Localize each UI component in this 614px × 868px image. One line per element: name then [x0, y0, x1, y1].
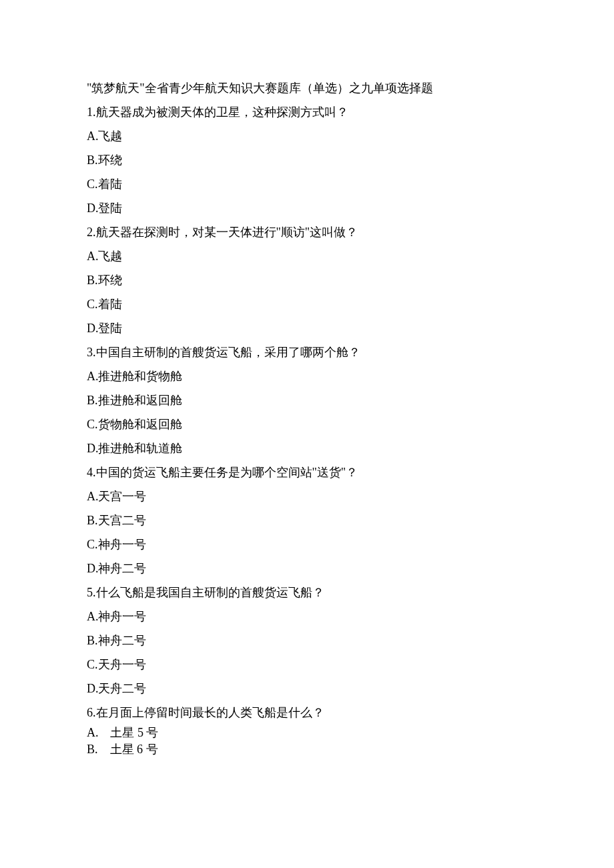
option-a: A.飞越 — [87, 244, 527, 268]
question-stem: 6.在月面上停留时间最长的人类飞船是什么？ — [87, 701, 527, 725]
question-block: 6.在月面上停留时间最长的人类飞船是什么？ A. 土星 5 号 B. 土星 6 … — [87, 701, 527, 758]
option-b: B.推进舱和返回舱 — [87, 388, 527, 412]
option-a: A.推进舱和货物舱 — [87, 364, 527, 388]
option-b: B.环绕 — [87, 148, 527, 172]
option-d: D.神舟二号 — [87, 556, 527, 580]
question-stem: 4.中国的货运飞船主要任务是为哪个空间站"送货"？ — [87, 460, 527, 484]
document-title: "筑梦航天"全省青少年航天知识大赛题库（单选）之九单项选择题 — [87, 76, 527, 100]
option-c: C.着陆 — [87, 172, 527, 196]
question-block: 2.航天器在探测时，对某一天体进行"顺访"这叫做？ A.飞越 B.环绕 C.着陆… — [87, 220, 527, 340]
option-a: A.飞越 — [87, 124, 527, 148]
option-a: A.天宫一号 — [87, 484, 527, 508]
question-stem: 5.什么飞船是我国自主研制的首艘货运飞船？ — [87, 580, 527, 604]
option-b: B.天宫二号 — [87, 508, 527, 532]
option-d: D.天舟二号 — [87, 677, 527, 701]
option-c: C.天舟一号 — [87, 653, 527, 677]
option-b: B.神舟二号 — [87, 628, 527, 653]
document-page: "筑梦航天"全省青少年航天知识大赛题库（单选）之九单项选择题 1.航天器成为被测… — [0, 0, 614, 798]
question-block: 3.中国自主研制的首艘货运飞船，采用了哪两个舱？ A.推进舱和货物舱 B.推进舱… — [87, 340, 527, 460]
option-d: D.登陆 — [87, 316, 527, 340]
question-block: 1.航天器成为被测天体的卫星，这种探测方式叫？ A.飞越 B.环绕 C.着陆 D… — [87, 100, 527, 220]
question-stem: 2.航天器在探测时，对某一天体进行"顺访"这叫做？ — [87, 220, 527, 244]
option-c: C.神舟一号 — [87, 532, 527, 556]
option-d: D.登陆 — [87, 196, 527, 220]
question-block: 4.中国的货运飞船主要任务是为哪个空间站"送货"？ A.天宫一号 B.天宫二号 … — [87, 460, 527, 580]
option-c: C.着陆 — [87, 292, 527, 316]
option-b: B. 土星 6 号 — [87, 741, 527, 758]
question-stem: 3.中国自主研制的首艘货运飞船，采用了哪两个舱？ — [87, 340, 527, 364]
question-block: 5.什么飞船是我国自主研制的首艘货运飞船？ A.神舟一号 B.神舟二号 C.天舟… — [87, 580, 527, 701]
question-stem: 1.航天器成为被测天体的卫星，这种探测方式叫？ — [87, 100, 527, 124]
option-b: B.环绕 — [87, 268, 527, 292]
option-c: C.货物舱和返回舱 — [87, 412, 527, 436]
option-a: A. 土星 5 号 — [87, 725, 527, 741]
option-d: D.推进舱和轨道舱 — [87, 436, 527, 460]
option-a: A.神舟一号 — [87, 604, 527, 628]
